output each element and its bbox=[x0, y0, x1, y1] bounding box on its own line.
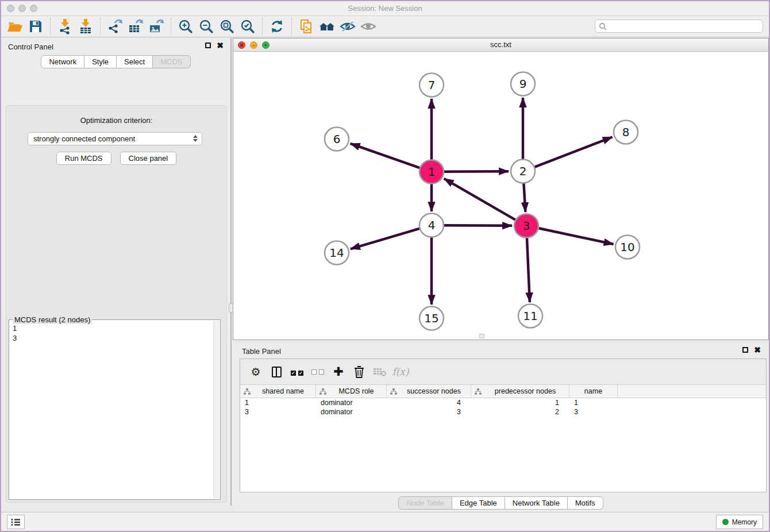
open-session-button[interactable] bbox=[5, 18, 25, 36]
edge-4-3[interactable] bbox=[444, 225, 512, 226]
close-window-button[interactable] bbox=[7, 5, 14, 12]
deselect-all-button[interactable] bbox=[309, 363, 326, 380]
delete-row-button[interactable] bbox=[351, 363, 368, 380]
network-window-titlebar[interactable]: ✕ – + scc.txt bbox=[233, 38, 768, 52]
tab-mcds[interactable]: MCDS bbox=[152, 55, 190, 68]
node-6[interactable]: 6 bbox=[325, 128, 349, 151]
network-maximize-button[interactable]: + bbox=[262, 41, 270, 49]
edge-3-1[interactable] bbox=[444, 179, 515, 220]
show-columns-button[interactable] bbox=[268, 363, 285, 380]
node-8[interactable]: 8 bbox=[614, 121, 638, 144]
close-panel-button[interactable]: Close panel bbox=[120, 152, 177, 165]
memory-button[interactable]: Memory bbox=[716, 515, 763, 529]
cell-shared-name[interactable]: 3 bbox=[240, 407, 316, 417]
tab-edge-table[interactable]: Edge Table bbox=[452, 496, 505, 510]
cell-successor-nodes[interactable]: 4 bbox=[387, 398, 471, 407]
export-table-button[interactable] bbox=[125, 18, 146, 36]
toolbar-separator bbox=[50, 18, 51, 35]
node-4[interactable]: 4 bbox=[419, 214, 444, 237]
column-header-name[interactable]: name bbox=[569, 385, 618, 398]
node-label-9: 9 bbox=[519, 77, 527, 91]
table-row[interactable]: 3dominator323 bbox=[240, 407, 766, 417]
zoom-selected-icon bbox=[240, 18, 256, 34]
edge-4-14[interactable] bbox=[351, 229, 419, 249]
tab-network-table[interactable]: Network Table bbox=[505, 496, 568, 510]
export-network-button[interactable] bbox=[105, 18, 125, 36]
tab-style[interactable]: Style bbox=[84, 55, 117, 68]
show-view-button[interactable] bbox=[358, 18, 379, 36]
network-close-button[interactable]: ✕ bbox=[238, 41, 245, 49]
delete-table-button[interactable] bbox=[371, 363, 388, 380]
edge-2-8[interactable] bbox=[535, 137, 613, 167]
browse-home-button[interactable] bbox=[317, 18, 337, 36]
node-14[interactable]: 14 bbox=[325, 241, 349, 265]
float-panel-icon[interactable] bbox=[205, 43, 211, 48]
edge-1-6[interactable] bbox=[351, 144, 420, 168]
tab-network[interactable]: Network bbox=[41, 55, 84, 68]
memory-label: Memory bbox=[732, 518, 757, 526]
task-history-button[interactable] bbox=[7, 515, 25, 529]
tab-select[interactable]: Select bbox=[116, 55, 153, 68]
zoom-fit-button[interactable] bbox=[217, 18, 237, 36]
close-panel-icon[interactable]: ✖ bbox=[217, 43, 224, 48]
node-1[interactable]: 1 bbox=[419, 160, 444, 184]
edge-3-11[interactable] bbox=[527, 238, 530, 302]
node-3[interactable]: 3 bbox=[514, 214, 538, 238]
select-all-button[interactable]: ✓ ✓ bbox=[288, 363, 306, 380]
table-header-row: shared nameMCDS rolesuccessor nodesprede… bbox=[240, 385, 766, 398]
cell-name[interactable]: 1 bbox=[569, 398, 618, 407]
horizontal-splitter-handle[interactable] bbox=[479, 334, 484, 338]
cell-predecessor-nodes[interactable]: 1 bbox=[471, 398, 569, 407]
table-settings-button[interactable]: ⚙ bbox=[247, 363, 264, 380]
export-image-button[interactable] bbox=[146, 18, 167, 36]
tab-motifs[interactable]: Motifs bbox=[567, 496, 603, 510]
cell-successor-nodes[interactable]: 3 bbox=[387, 407, 471, 417]
float-table-panel-icon[interactable] bbox=[742, 347, 748, 353]
cell-shared-name[interactable]: 1 bbox=[240, 398, 316, 407]
save-session-button[interactable] bbox=[25, 18, 46, 36]
column-header-MCDS-role[interactable]: MCDS role bbox=[316, 385, 387, 398]
tab-node-table[interactable]: Node Table bbox=[398, 496, 452, 510]
trash-icon bbox=[353, 365, 365, 379]
node-7[interactable]: 7 bbox=[419, 74, 444, 97]
table-row[interactable]: 1dominator411 bbox=[240, 398, 766, 407]
network-canvas[interactable]: 1234678910111415 bbox=[233, 52, 768, 340]
node-9[interactable]: 9 bbox=[511, 72, 535, 96]
fx-icon: f(x) bbox=[392, 366, 409, 377]
refresh-view-button[interactable] bbox=[267, 18, 287, 36]
edge-1-2[interactable] bbox=[444, 171, 509, 172]
toolbar-separator bbox=[262, 18, 263, 35]
cell-MCDS-role[interactable]: dominator bbox=[316, 398, 387, 407]
node-label-7: 7 bbox=[428, 78, 436, 92]
criterion-select[interactable]: strongly connected component bbox=[28, 132, 202, 145]
node-2[interactable]: 2 bbox=[511, 160, 535, 183]
maximize-window-button[interactable] bbox=[30, 5, 37, 12]
node-11[interactable]: 11 bbox=[518, 304, 542, 328]
column-header-shared-name[interactable]: shared name bbox=[240, 385, 316, 398]
zoom-selected-button[interactable] bbox=[237, 18, 258, 36]
edge-2-3[interactable] bbox=[523, 183, 525, 212]
column-header-predecessor-nodes[interactable]: predecessor nodes bbox=[471, 385, 569, 398]
result-scrollbar[interactable] bbox=[213, 321, 220, 499]
cell-predecessor-nodes[interactable]: 2 bbox=[471, 407, 569, 417]
run-mcds-button[interactable]: Run MCDS bbox=[56, 152, 111, 165]
node-15[interactable]: 15 bbox=[419, 307, 444, 330]
add-row-button[interactable]: ✚ bbox=[330, 363, 347, 380]
node-10[interactable]: 10 bbox=[615, 236, 640, 259]
zoom-out-button[interactable] bbox=[196, 18, 217, 36]
checked-boxes-icon: ✓ ✓ bbox=[291, 367, 303, 377]
import-network-button[interactable] bbox=[55, 18, 75, 36]
cell-name[interactable]: 3 bbox=[569, 407, 618, 417]
minimize-window-button[interactable] bbox=[18, 5, 26, 12]
edge-3-10[interactable] bbox=[539, 228, 614, 244]
function-builder-button[interactable]: f(x) bbox=[392, 363, 409, 380]
hide-view-button[interactable] bbox=[337, 18, 358, 36]
close-table-panel-icon[interactable]: ✖ bbox=[754, 347, 761, 353]
zoom-in-button[interactable] bbox=[175, 18, 196, 36]
clone-network-button[interactable] bbox=[296, 18, 317, 36]
import-table-button[interactable] bbox=[75, 18, 96, 36]
search-input[interactable] bbox=[607, 22, 763, 30]
column-header-successor-nodes[interactable]: successor nodes bbox=[387, 385, 471, 398]
cell-MCDS-role[interactable]: dominator bbox=[316, 407, 387, 417]
network-minimize-button[interactable]: – bbox=[250, 41, 257, 49]
